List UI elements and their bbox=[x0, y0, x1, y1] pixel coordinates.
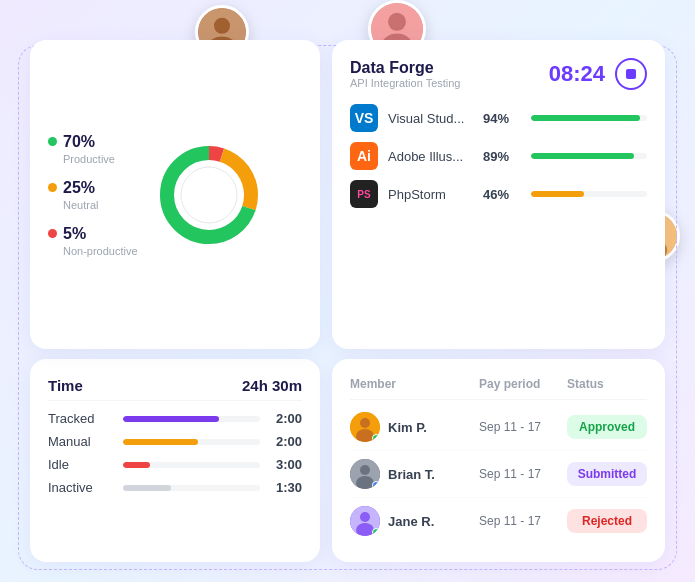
status-dot-brian bbox=[372, 481, 380, 489]
app-icon-vs: VS bbox=[350, 104, 378, 132]
svg-point-18 bbox=[360, 465, 370, 475]
pct-neutral: 25% bbox=[63, 179, 95, 197]
app-icon-ps: PS bbox=[350, 180, 378, 208]
app-item-ai: Ai Adobe Illus... 89% bbox=[350, 142, 647, 170]
label-idle: Idle bbox=[48, 457, 113, 472]
val-manual: 2:00 bbox=[270, 434, 302, 449]
label-tracked: Tracked bbox=[48, 411, 113, 426]
svg-point-15 bbox=[360, 418, 370, 428]
name-jane: Jane R. bbox=[388, 514, 434, 529]
dataforge-title: Data Forge bbox=[350, 59, 460, 77]
member-info-2: Brian T. bbox=[350, 459, 471, 489]
payroll-header: Member Pay period Status bbox=[350, 377, 647, 400]
app-item-ps: PS PhpStorm 46% bbox=[350, 180, 647, 208]
app-pct-ai: 89% bbox=[483, 149, 521, 164]
app-name-vs: Visual Stud... bbox=[388, 111, 473, 126]
app-bar-vs bbox=[531, 115, 640, 121]
svg-point-4 bbox=[388, 13, 406, 31]
dataforge-title-block: Data Forge API Integration Testing bbox=[350, 59, 460, 89]
member-info-1: Kim P. bbox=[350, 412, 471, 442]
dot-red bbox=[48, 229, 57, 238]
payroll-row-3: Jane R. Sep 11 - 17 Rejected bbox=[350, 498, 647, 544]
time-row-tracked: Tracked 2:00 bbox=[48, 411, 302, 426]
app-pct-vs: 94% bbox=[483, 111, 521, 126]
status-jane: Rejected bbox=[567, 509, 647, 533]
legend-neutral: 25% Neutral bbox=[48, 179, 138, 211]
pct-productive: 70% bbox=[63, 133, 95, 151]
label-productive: Productive bbox=[63, 153, 138, 165]
period-jane: Sep 11 - 17 bbox=[479, 514, 559, 528]
col-member: Member bbox=[350, 377, 471, 391]
dataforge-header: Data Forge API Integration Testing 08:24 bbox=[350, 58, 647, 90]
app-bar-ps-container bbox=[531, 191, 647, 197]
stop-button[interactable] bbox=[615, 58, 647, 90]
status-dot-jane bbox=[372, 528, 380, 536]
bar-idle bbox=[123, 462, 150, 468]
app-bar-ai-container bbox=[531, 153, 647, 159]
time-card: Time 24h 30m Tracked 2:00 Manual bbox=[30, 359, 320, 562]
timer-display: 08:24 bbox=[549, 61, 605, 87]
col-period: Pay period bbox=[479, 377, 559, 391]
status-dot-kim bbox=[372, 434, 380, 442]
val-tracked: 2:00 bbox=[270, 411, 302, 426]
payroll-row-1: Kim P. Sep 11 - 17 Approved bbox=[350, 404, 647, 451]
svg-point-21 bbox=[360, 512, 370, 522]
time-row-idle: Idle 3:00 bbox=[48, 457, 302, 472]
dataforge-card: Data Forge API Integration Testing 08:24… bbox=[332, 40, 665, 349]
bar-inactive-container bbox=[123, 485, 260, 491]
time-total: 24h 30m bbox=[242, 377, 302, 394]
app-icon-ai: Ai bbox=[350, 142, 378, 170]
app-list: VS Visual Stud... 94% Ai Adobe Illus... … bbox=[350, 104, 647, 208]
payroll-row-2: Brian T. Sep 11 - 17 Submitted bbox=[350, 451, 647, 498]
legend-productive: 70% Productive bbox=[48, 133, 138, 165]
val-idle: 3:00 bbox=[270, 457, 302, 472]
label-inactive: Inactive bbox=[48, 480, 113, 495]
app-name-ai: Adobe Illus... bbox=[388, 149, 473, 164]
payroll-rows: Kim P. Sep 11 - 17 Approved Brian T. bbox=[350, 404, 647, 544]
legend-nonproductive: 5% Non-productive bbox=[48, 225, 138, 257]
avatar-brian bbox=[350, 459, 380, 489]
dot-green bbox=[48, 137, 57, 146]
app-name-ps: PhpStorm bbox=[388, 187, 473, 202]
bar-manual-container bbox=[123, 439, 260, 445]
app-pct-ps: 46% bbox=[483, 187, 521, 202]
svg-point-13 bbox=[181, 167, 237, 223]
label-neutral: Neutral bbox=[63, 199, 138, 211]
app-bar-vs-container bbox=[531, 115, 647, 121]
status-kim: Approved bbox=[567, 415, 647, 439]
productivity-legend: 70% Productive 25% Neutral bbox=[48, 133, 138, 257]
name-kim: Kim P. bbox=[388, 420, 427, 435]
time-rows: Tracked 2:00 Manual 2:00 I bbox=[48, 411, 302, 495]
member-info-3: Jane R. bbox=[350, 506, 471, 536]
bar-tracked bbox=[123, 416, 219, 422]
productivity-card: 70% Productive 25% Neutral bbox=[30, 40, 320, 349]
label-nonproductive: Non-productive bbox=[63, 245, 138, 257]
pct-nonproductive: 5% bbox=[63, 225, 86, 243]
bar-tracked-container bbox=[123, 416, 260, 422]
app-bar-ps bbox=[531, 191, 584, 197]
bar-manual bbox=[123, 439, 198, 445]
col-status: Status bbox=[567, 377, 647, 391]
name-brian: Brian T. bbox=[388, 467, 435, 482]
label-manual: Manual bbox=[48, 434, 113, 449]
time-row-manual: Manual 2:00 bbox=[48, 434, 302, 449]
avatar-kim bbox=[350, 412, 380, 442]
bar-inactive bbox=[123, 485, 171, 491]
svg-point-1 bbox=[214, 18, 230, 34]
time-title: Time bbox=[48, 377, 83, 394]
val-inactive: 1:30 bbox=[270, 480, 302, 495]
dot-orange bbox=[48, 183, 57, 192]
stop-icon bbox=[626, 69, 636, 79]
app-bar-ai bbox=[531, 153, 634, 159]
timer-block: 08:24 bbox=[549, 58, 647, 90]
app-item-vs: VS Visual Stud... 94% bbox=[350, 104, 647, 132]
donut-chart bbox=[154, 140, 264, 250]
time-header: Time 24h 30m bbox=[48, 377, 302, 401]
bar-idle-container bbox=[123, 462, 260, 468]
dataforge-subtitle: API Integration Testing bbox=[350, 77, 460, 89]
time-row-inactive: Inactive 1:30 bbox=[48, 480, 302, 495]
status-brian: Submitted bbox=[567, 462, 647, 486]
period-brian: Sep 11 - 17 bbox=[479, 467, 559, 481]
avatar-jane bbox=[350, 506, 380, 536]
payroll-card: Member Pay period Status Kim P. bbox=[332, 359, 665, 562]
